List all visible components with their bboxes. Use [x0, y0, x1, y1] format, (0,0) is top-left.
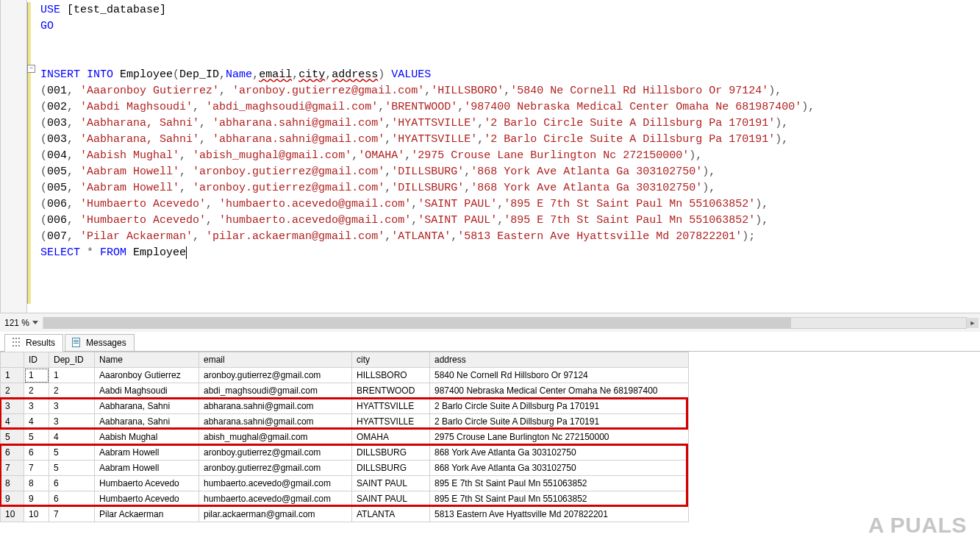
- cell-city[interactable]: ATLANTA: [352, 507, 430, 522]
- cell-email[interactable]: aronboy.gutierrez@gmail.com: [199, 461, 352, 476]
- table-row[interactable]: 111Aaaronboy Gutierrezaronboy.gutierrez@…: [1, 368, 689, 383]
- hscroll-thumb[interactable]: [43, 318, 791, 328]
- cell-email[interactable]: abish_mughal@gmail.com: [199, 430, 352, 445]
- table-row[interactable]: 333Aabharana, Sahniabharana.sahni@gmail.…: [1, 399, 689, 414]
- cell-DepID[interactable]: 4: [49, 430, 95, 445]
- cell-Name[interactable]: Aabram Howell: [95, 461, 199, 476]
- cell-email[interactable]: abharana.sahni@gmail.com: [199, 399, 352, 414]
- table-row[interactable]: 775Aabram Howellaronboy.gutierrez@gmail.…: [1, 461, 689, 476]
- cell-email[interactable]: humbaerto.acevedo@gmail.com: [199, 476, 352, 491]
- table-row[interactable]: 665Aabram Howellaronboy.gutierrez@gmail.…: [1, 445, 689, 461]
- cell-DepID[interactable]: 6: [49, 476, 95, 491]
- table-row[interactable]: 10107Pilar Ackaermanpilar.ackaerman@gmai…: [1, 507, 689, 522]
- cell-city[interactable]: DILLSBURG: [352, 445, 430, 461]
- col-header-DepID[interactable]: Dep_ID: [49, 352, 95, 368]
- cell-email[interactable]: abharana.sahni@gmail.com: [199, 414, 352, 430]
- cell-Name[interactable]: Aabish Mughal: [95, 430, 199, 445]
- cell-ID[interactable]: 9: [24, 491, 49, 507]
- cell-city[interactable]: BRENTWOOD: [352, 383, 430, 399]
- row-number[interactable]: 6: [1, 445, 24, 461]
- cell-Name[interactable]: Aaaronboy Gutierrez: [95, 368, 199, 383]
- cell-email[interactable]: aronboy.gutierrez@gmail.com: [199, 445, 352, 461]
- results-grid[interactable]: ID Dep_ID Name email city address 111Aaa…: [0, 352, 689, 522]
- cell-address[interactable]: 5840 Ne Cornell Rd Hillsboro Or 97124: [430, 368, 689, 383]
- cell-email[interactable]: humbaerto.acevedo@gmail.com: [199, 491, 352, 507]
- cell-DepID[interactable]: 5: [49, 461, 95, 476]
- row-number[interactable]: 1: [1, 368, 24, 383]
- cell-Name[interactable]: Aabharana, Sahni: [95, 414, 199, 430]
- row-number[interactable]: 5: [1, 430, 24, 445]
- cell-DepID[interactable]: 6: [49, 491, 95, 507]
- row-number[interactable]: 4: [1, 414, 24, 430]
- col-header-Name[interactable]: Name: [95, 352, 199, 368]
- col-header-ID[interactable]: ID: [24, 352, 49, 368]
- cell-DepID[interactable]: 5: [49, 445, 95, 461]
- row-number[interactable]: 9: [1, 491, 24, 507]
- cell-city[interactable]: SAINT PAUL: [352, 491, 430, 507]
- cell-address[interactable]: 987400 Nebraska Medical Center Omaha Ne …: [430, 383, 689, 399]
- cell-ID[interactable]: 1: [24, 368, 49, 383]
- cell-Name[interactable]: Pilar Ackaerman: [95, 507, 199, 522]
- cell-address[interactable]: 2 Barlo Circle Suite A Dillsburg Pa 1701…: [430, 414, 689, 430]
- cell-ID[interactable]: 6: [24, 445, 49, 461]
- cell-DepID[interactable]: 3: [49, 399, 95, 414]
- zoom-level[interactable]: 121 %: [0, 318, 37, 328]
- col-header-city[interactable]: city: [352, 352, 430, 368]
- cell-Name[interactable]: Aabharana, Sahni: [95, 399, 199, 414]
- table-row[interactable]: 443Aabharana, Sahniabharana.sahni@gmail.…: [1, 414, 689, 430]
- cell-email[interactable]: aronboy.gutierrez@gmail.com: [199, 368, 352, 383]
- cell-DepID[interactable]: 1: [49, 368, 95, 383]
- cell-ID[interactable]: 7: [24, 461, 49, 476]
- cell-address[interactable]: 2975 Crouse Lane Burlington Nc 272150000: [430, 430, 689, 445]
- col-header-address[interactable]: address: [430, 352, 689, 368]
- cell-ID[interactable]: 5: [24, 430, 49, 445]
- cell-Name[interactable]: Humbaerto Acevedo: [95, 491, 199, 507]
- cell-ID[interactable]: 4: [24, 414, 49, 430]
- table-row[interactable]: 222Aabdi Maghsoudiabdi_maghsoudi@gmail.c…: [1, 383, 689, 399]
- cell-DepID[interactable]: 2: [49, 383, 95, 399]
- table-row[interactable]: 996Humbaerto Acevedohumbaerto.acevedo@gm…: [1, 491, 689, 507]
- cell-ID[interactable]: 8: [24, 476, 49, 491]
- cell-ID[interactable]: 10: [24, 507, 49, 522]
- cell-email[interactable]: pilar.ackaerman@gmail.com: [199, 507, 352, 522]
- cell-city[interactable]: SAINT PAUL: [352, 476, 430, 491]
- cell-address[interactable]: 2 Barlo Circle Suite A Dillsburg Pa 1701…: [430, 399, 689, 414]
- cell-address[interactable]: 895 E 7th St Saint Paul Mn 551063852: [430, 491, 689, 507]
- row-number[interactable]: 8: [1, 476, 24, 491]
- cell-city[interactable]: HYATTSVILLE: [352, 399, 430, 414]
- hscrollbar[interactable]: ◄ ►: [43, 317, 967, 329]
- cell-address[interactable]: 868 York Ave Atlanta Ga 303102750: [430, 445, 689, 461]
- cell-address[interactable]: 895 E 7th St Saint Paul Mn 551063852: [430, 476, 689, 491]
- tab-results[interactable]: Results: [4, 334, 63, 352]
- sql-editor[interactable]: − USE [test_database] GO INSERT INTO Emp…: [0, 0, 980, 313]
- cell-address[interactable]: 868 York Ave Atlanta Ga 303102750: [430, 461, 689, 476]
- tab-messages[interactable]: Messages: [65, 334, 135, 351]
- row-number[interactable]: 3: [1, 399, 24, 414]
- row-number[interactable]: 7: [1, 461, 24, 476]
- scroll-right-icon[interactable]: ►: [967, 318, 979, 328]
- table-row[interactable]: 554Aabish Mughalabish_mughal@gmail.comOM…: [1, 430, 689, 445]
- grid-icon: [11, 338, 21, 348]
- table-row[interactable]: 886Humbaerto Acevedohumbaerto.acevedo@gm…: [1, 476, 689, 491]
- cell-city[interactable]: DILLSBURG: [352, 461, 430, 476]
- col-header-email[interactable]: email: [199, 352, 352, 368]
- row-number[interactable]: 2: [1, 383, 24, 399]
- rownum-header[interactable]: [1, 352, 24, 368]
- cell-city[interactable]: HILLSBORO: [352, 368, 430, 383]
- zoom-dropdown-icon[interactable]: [32, 321, 38, 324]
- cell-DepID[interactable]: 7: [49, 507, 95, 522]
- cell-Name[interactable]: Aabram Howell: [95, 445, 199, 461]
- cell-ID[interactable]: 2: [24, 383, 49, 399]
- cell-city[interactable]: HYATTSVILLE: [352, 414, 430, 430]
- cell-DepID[interactable]: 3: [49, 414, 95, 430]
- cell-Name[interactable]: Humbaerto Acevedo: [95, 476, 199, 491]
- cell-address[interactable]: 5813 Eastern Ave Hyattsville Md 20782220…: [430, 507, 689, 522]
- code-area[interactable]: USE [test_database] GO INSERT INTO Emplo…: [37, 0, 818, 263]
- cell-email[interactable]: abdi_maghsoudi@gmail.com: [199, 383, 352, 399]
- row-number[interactable]: 10: [1, 507, 24, 522]
- cell-Name[interactable]: Aabdi Maghsoudi: [95, 383, 199, 399]
- fold-toggle[interactable]: −: [27, 65, 35, 73]
- cell-ID[interactable]: 3: [24, 399, 49, 414]
- cell-city[interactable]: OMAHA: [352, 430, 430, 445]
- kw-insert: INSERT INTO: [40, 68, 113, 81]
